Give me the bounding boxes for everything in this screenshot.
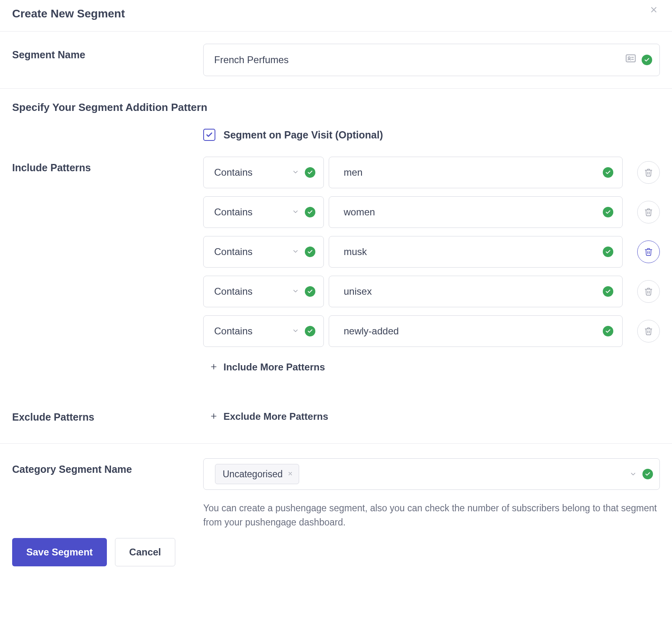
pattern-op-select[interactable]: Contains xyxy=(203,276,324,307)
valid-check-icon xyxy=(305,207,315,217)
pattern-op-select[interactable]: Contains xyxy=(203,196,324,228)
valid-check-icon xyxy=(305,326,315,336)
pattern-value-field[interactable] xyxy=(329,157,623,188)
chevron-down-icon xyxy=(292,285,299,298)
category-tag-text: Uncategorised xyxy=(223,468,283,481)
exclude-more-label: Exclude More Patterns xyxy=(223,410,328,423)
plus-icon xyxy=(210,409,218,424)
pattern-op-text: Contains xyxy=(214,245,292,259)
chevron-down-icon xyxy=(292,245,299,259)
pattern-value-input[interactable] xyxy=(343,285,603,298)
svg-point-1 xyxy=(628,57,630,59)
pattern-op-select[interactable]: Contains xyxy=(203,157,324,188)
valid-check-icon xyxy=(642,55,652,65)
pattern-value-field[interactable] xyxy=(329,315,623,347)
pattern-op-text: Contains xyxy=(214,166,292,179)
page-visit-checkbox[interactable] xyxy=(203,129,215,141)
pattern-value-field[interactable] xyxy=(329,236,623,268)
pattern-op-text: Contains xyxy=(214,285,292,298)
chevron-down-icon xyxy=(629,468,637,481)
segment-name-input[interactable] xyxy=(211,54,625,66)
pattern-op-select[interactable]: Contains xyxy=(203,236,324,268)
include-more-label: Include More Patterns xyxy=(223,360,325,374)
id-card-icon xyxy=(625,52,637,68)
svg-rect-0 xyxy=(626,55,636,62)
chevron-down-icon xyxy=(292,166,299,179)
delete-pattern-button[interactable] xyxy=(637,161,660,184)
delete-pattern-button[interactable] xyxy=(637,320,660,342)
chevron-down-icon xyxy=(292,324,299,338)
valid-check-icon xyxy=(603,247,613,257)
valid-check-icon xyxy=(603,326,613,336)
valid-check-icon xyxy=(603,167,613,178)
include-pattern-row: Contains xyxy=(203,276,660,307)
pattern-value-field[interactable] xyxy=(329,196,623,228)
exclude-more-button[interactable]: Exclude More Patterns xyxy=(203,406,660,427)
plus-icon xyxy=(210,360,218,374)
pattern-value-field[interactable] xyxy=(329,276,623,307)
category-tag[interactable]: Uncategorised xyxy=(215,464,299,484)
pattern-op-text: Contains xyxy=(214,324,292,338)
pattern-value-input[interactable] xyxy=(343,206,603,218)
tag-remove-icon[interactable] xyxy=(287,469,293,479)
delete-pattern-button[interactable] xyxy=(637,201,660,223)
pattern-value-input[interactable] xyxy=(343,166,603,179)
include-pattern-row: Contains xyxy=(203,196,660,228)
page-visit-label: Segment on Page Visit (Optional) xyxy=(223,128,383,142)
save-button[interactable]: Save Segment xyxy=(12,538,107,566)
include-pattern-row: Contains xyxy=(203,236,660,268)
pattern-value-input[interactable] xyxy=(343,246,603,258)
cancel-button[interactable]: Cancel xyxy=(115,538,175,566)
valid-check-icon xyxy=(642,469,653,479)
segment-name-label: Segment Name xyxy=(12,44,203,62)
chevron-down-icon xyxy=(292,205,299,219)
pattern-value-input[interactable] xyxy=(343,325,603,337)
category-select[interactable]: Uncategorised xyxy=(203,458,660,490)
valid-check-icon xyxy=(305,247,315,257)
include-pattern-row: Contains xyxy=(203,157,660,188)
include-more-button[interactable]: Include More Patterns xyxy=(203,357,660,378)
valid-check-icon xyxy=(305,167,315,178)
segment-name-field[interactable] xyxy=(203,44,660,76)
close-icon[interactable] xyxy=(648,3,660,18)
pattern-op-select[interactable]: Contains xyxy=(203,315,324,347)
include-patterns-label: Include Patterns xyxy=(12,157,203,175)
valid-check-icon xyxy=(603,286,613,297)
delete-pattern-button[interactable] xyxy=(637,280,660,303)
exclude-patterns-label: Exclude Patterns xyxy=(12,406,203,424)
pattern-op-text: Contains xyxy=(214,205,292,219)
pattern-section-title: Specify Your Segment Addition Pattern xyxy=(0,89,672,119)
valid-check-icon xyxy=(305,286,315,297)
modal-title: Create New Segment xyxy=(12,6,125,21)
category-label: Category Segment Name xyxy=(12,458,203,476)
valid-check-icon xyxy=(603,207,613,217)
include-pattern-row: Contains xyxy=(203,315,660,347)
category-helper-text: You can create a pushengage segment, als… xyxy=(203,501,660,529)
delete-pattern-button[interactable] xyxy=(637,240,660,263)
